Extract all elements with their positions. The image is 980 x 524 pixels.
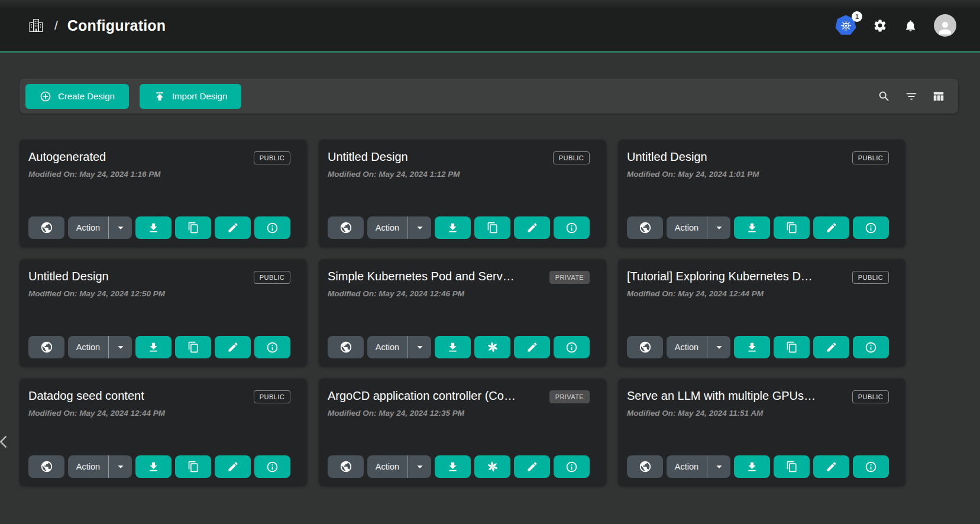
info-button[interactable]	[254, 336, 290, 358]
card-header: Untitled Design PUBLIC	[328, 150, 590, 164]
edit-button[interactable]	[215, 455, 251, 478]
design-card: Untitled Design PUBLIC Modified On: May …	[319, 140, 606, 247]
building-icon[interactable]	[27, 17, 45, 34]
download-button[interactable]	[435, 336, 471, 358]
publish-button[interactable]	[28, 336, 64, 358]
table-view-icon	[932, 90, 945, 103]
edit-button[interactable]	[813, 455, 849, 478]
table-view-button[interactable]	[932, 90, 945, 103]
visibility-badge: PUBLIC	[254, 151, 290, 164]
card-actions: Action	[627, 216, 889, 239]
clone-button[interactable]	[175, 336, 211, 358]
import-design-label: Import Design	[172, 91, 227, 101]
publish-button[interactable]	[627, 336, 663, 358]
download-button[interactable]	[734, 455, 770, 478]
download-icon	[746, 222, 758, 234]
action-button[interactable]: Action	[68, 455, 108, 478]
action-split-button: Action	[367, 336, 431, 358]
info-button[interactable]	[853, 216, 889, 239]
action-button[interactable]: Action	[367, 336, 407, 358]
edit-button[interactable]	[813, 216, 849, 239]
publish-button[interactable]	[627, 455, 663, 478]
info-button[interactable]	[853, 455, 889, 478]
info-button[interactable]	[554, 216, 590, 239]
search-button[interactable]	[878, 90, 891, 103]
user-avatar[interactable]	[934, 14, 956, 37]
publish-button[interactable]	[328, 216, 364, 239]
action-dropdown-toggle[interactable]	[707, 336, 730, 358]
settings-button[interactable]	[873, 18, 887, 33]
info-icon	[266, 341, 279, 354]
info-icon	[565, 341, 578, 354]
info-button[interactable]	[554, 455, 590, 478]
download-icon	[147, 341, 160, 354]
create-design-button[interactable]: Create Design	[25, 84, 129, 109]
action-button[interactable]: Action	[367, 216, 407, 239]
modified-on-text: Modified On: May 24, 2024 12:35 PM	[328, 409, 590, 418]
notifications-button[interactable]	[904, 19, 917, 33]
sidebar-collapse-button[interactable]	[0, 434, 12, 450]
visibility-badge: PUBLIC	[553, 151, 590, 164]
action-button[interactable]: Action	[367, 455, 407, 478]
edit-pencil-icon	[826, 222, 837, 234]
action-dropdown-toggle[interactable]	[707, 455, 730, 478]
action-dropdown-toggle[interactable]	[407, 455, 431, 478]
action-button[interactable]: Action	[68, 336, 108, 358]
card-header: [Tutorial] Exploring Kubernetes D… PUBLI…	[627, 270, 889, 284]
globe-icon	[639, 341, 652, 354]
action-dropdown-toggle[interactable]	[108, 336, 132, 358]
download-button[interactable]	[734, 336, 770, 358]
clone-button[interactable]	[774, 216, 810, 239]
publish-button[interactable]	[627, 216, 663, 239]
action-split-button: Action	[667, 455, 730, 478]
publish-button[interactable]	[28, 216, 64, 239]
clone-button[interactable]	[175, 216, 211, 239]
edit-button[interactable]	[514, 455, 550, 478]
copy-icon	[786, 461, 798, 473]
edit-button[interactable]	[514, 216, 550, 239]
app-header: / Configuration	[0, 0, 980, 53]
edit-pencil-icon	[826, 461, 837, 473]
info-button[interactable]	[554, 336, 590, 358]
kubernetes-context-button[interactable]: 1	[835, 15, 856, 36]
clone-button[interactable]	[474, 455, 510, 478]
modified-on-text: Modified On: May 24, 2024 12:46 PM	[328, 289, 590, 298]
edit-button[interactable]	[215, 336, 251, 358]
action-dropdown-toggle[interactable]	[108, 455, 132, 478]
info-button[interactable]	[254, 455, 290, 478]
action-button[interactable]: Action	[667, 455, 707, 478]
edit-button[interactable]	[514, 336, 550, 358]
edit-button[interactable]	[215, 216, 251, 239]
download-icon	[147, 461, 160, 473]
publish-button[interactable]	[28, 455, 64, 478]
action-dropdown-toggle[interactable]	[707, 216, 730, 239]
chevron-down-icon	[114, 460, 127, 473]
download-button[interactable]	[135, 455, 172, 478]
publish-button[interactable]	[328, 455, 364, 478]
import-design-button[interactable]: Import Design	[140, 84, 241, 109]
action-dropdown-toggle[interactable]	[407, 216, 431, 239]
edit-button[interactable]	[813, 336, 849, 358]
globe-icon	[40, 460, 53, 473]
action-button[interactable]: Action	[68, 216, 108, 239]
action-button[interactable]: Action	[667, 336, 707, 358]
visibility-badge: PUBLIC	[254, 390, 290, 403]
action-dropdown-toggle[interactable]	[407, 336, 431, 358]
download-button[interactable]	[135, 216, 172, 239]
clone-button[interactable]	[774, 455, 810, 478]
action-dropdown-toggle[interactable]	[108, 216, 132, 239]
info-button[interactable]	[853, 336, 889, 358]
publish-button[interactable]	[328, 336, 364, 358]
filter-button[interactable]	[905, 90, 918, 103]
action-button[interactable]: Action	[667, 216, 707, 239]
download-button[interactable]	[135, 336, 172, 358]
clone-button[interactable]	[175, 455, 211, 478]
clone-button[interactable]	[774, 336, 810, 358]
clone-button[interactable]	[474, 336, 510, 358]
info-button[interactable]	[254, 216, 290, 239]
download-button[interactable]	[435, 455, 471, 478]
download-button[interactable]	[734, 216, 770, 239]
card-header: Autogenerated PUBLIC	[28, 150, 290, 164]
download-button[interactable]	[435, 216, 471, 239]
clone-button[interactable]	[474, 216, 510, 239]
